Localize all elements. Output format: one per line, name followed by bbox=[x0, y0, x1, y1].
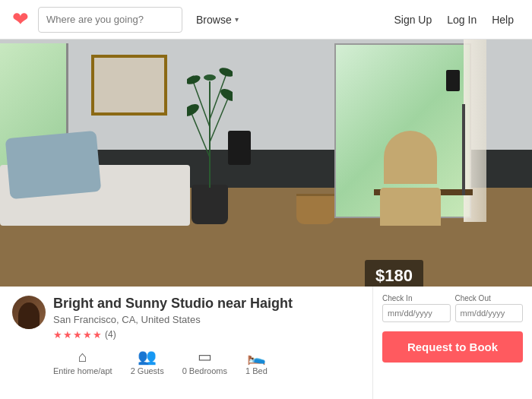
browse-button[interactable]: Browse ▾ bbox=[190, 11, 245, 29]
airbnb-logo: ❤ bbox=[12, 8, 29, 31]
amenities: ⌂ Entire home/apt 👥 2 Guests ▭ 0 Bedroom… bbox=[12, 349, 360, 375]
star-3: ★ bbox=[73, 329, 82, 340]
login-link[interactable]: Log In bbox=[441, 9, 483, 30]
svg-line-2 bbox=[210, 97, 229, 142]
check-in-input[interactable] bbox=[382, 304, 451, 322]
listing-location: San Francisco, CA, United States bbox=[53, 314, 360, 325]
check-out-field: Check Out bbox=[455, 294, 524, 322]
bedrooms-icon: ▭ bbox=[198, 349, 212, 364]
avatar bbox=[12, 296, 46, 329]
amenity-guests-label: 2 Guests bbox=[131, 366, 164, 375]
chevron-down-icon: ▾ bbox=[235, 15, 239, 24]
price-badge: $180 bbox=[365, 260, 423, 287]
amenity-guests: 👥 2 Guests bbox=[131, 349, 164, 375]
hero-image: $180 bbox=[0, 40, 532, 287]
amenity-beds: 🛌 1 Bed bbox=[245, 349, 268, 375]
svg-line-3 bbox=[193, 81, 210, 127]
booking-panel: Check In Check Out Request to Book bbox=[372, 287, 532, 399]
request-to-book-button[interactable]: Request to Book bbox=[382, 331, 523, 363]
svg-point-9 bbox=[204, 74, 216, 81]
amenity-home: ⌂ Entire home/apt bbox=[53, 349, 112, 375]
home-icon: ⌂ bbox=[78, 349, 87, 364]
amenity-bedrooms: ▭ 0 Bedrooms bbox=[182, 349, 227, 375]
amenity-beds-label: 1 Bed bbox=[245, 366, 268, 375]
rating: ★ ★ ★ ★ ★ (4) bbox=[53, 329, 116, 340]
signup-link[interactable]: Sign Up bbox=[388, 9, 438, 30]
check-out-input[interactable] bbox=[455, 304, 524, 322]
listing-info: Bright and Sunny Studio near Haight San … bbox=[0, 287, 372, 399]
check-in-label: Check In bbox=[382, 294, 451, 302]
header: ❤ Browse ▾ Sign Up Log In Help bbox=[0, 0, 532, 40]
star-4: ★ bbox=[83, 329, 92, 340]
bed-icon: 🛌 bbox=[247, 349, 266, 364]
header-nav: Sign Up Log In Help bbox=[388, 9, 520, 30]
review-count: (4) bbox=[105, 329, 116, 340]
check-in-field: Check In bbox=[382, 294, 451, 322]
help-link[interactable]: Help bbox=[486, 9, 520, 30]
svg-point-5 bbox=[187, 102, 201, 119]
star-5: ★ bbox=[93, 329, 102, 340]
content-area: Bright and Sunny Studio near Haight San … bbox=[0, 287, 532, 399]
search-input[interactable] bbox=[38, 7, 182, 33]
star-2: ★ bbox=[63, 329, 72, 340]
amenity-home-label: Entire home/apt bbox=[53, 366, 112, 375]
guests-icon: 👥 bbox=[138, 349, 157, 364]
amenity-bedrooms-label: 0 Bedrooms bbox=[182, 366, 227, 375]
date-inputs: Check In Check Out bbox=[382, 294, 523, 322]
browse-label: Browse bbox=[196, 14, 232, 26]
listing-title: Bright and Sunny Studio near Haight bbox=[53, 296, 360, 312]
check-out-label: Check Out bbox=[455, 294, 524, 302]
star-1: ★ bbox=[53, 329, 62, 340]
